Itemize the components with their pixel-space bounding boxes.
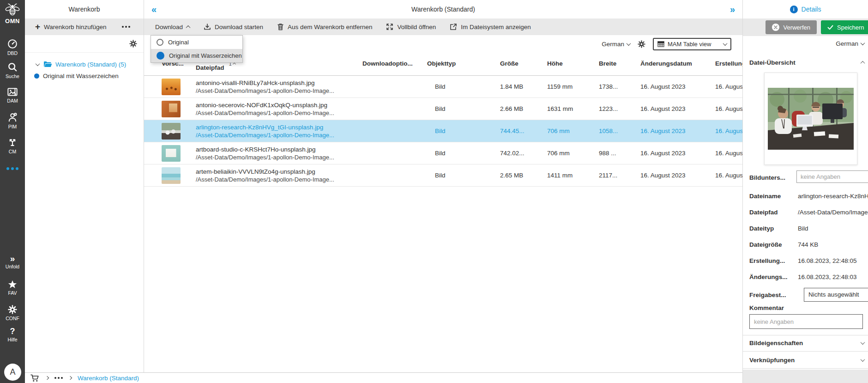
download-dropdown-menu: Original Original mit Wasserzeichen [151, 35, 243, 63]
file-overview-section-header[interactable]: Datei-Übersicht [749, 59, 864, 66]
sidebar-item-fav[interactable]: FAV [0, 280, 25, 296]
fullscreen-button[interactable]: Vollbild öffnen [386, 23, 436, 30]
view-select-value: MAM Table view [668, 41, 720, 48]
download-option-original-watermark[interactable]: Original mit Wasserzeichen [151, 49, 242, 62]
cart-tree-root[interactable]: Warenkorb (Standard) (5) [25, 59, 144, 70]
sidebar-item-pim[interactable]: PIM [0, 112, 25, 129]
file-name: arlington-research-Kz8nHVg_tGI-unsplash.… [196, 124, 323, 131]
share-network-icon [7, 137, 18, 147]
release-state-row: Freigabest... Nichts ausgewählt [749, 291, 868, 299]
sidebar-item-cm[interactable]: CM [0, 137, 25, 154]
settings-gear-icon[interactable] [638, 40, 645, 48]
cart-icon[interactable] [30, 374, 40, 382]
dashboard-icon [7, 39, 18, 49]
sidebar-more-button[interactable] [0, 167, 25, 170]
details-title-label: Details [802, 6, 821, 13]
field-value: Bild [798, 225, 808, 233]
sidebar-item-dam[interactable]: DAM [0, 87, 25, 103]
object-type: Bild [426, 172, 499, 179]
circle-x-icon [772, 24, 779, 31]
file-overview-section-label: Datei-Übersicht [749, 59, 796, 66]
sidebar-item-dbd[interactable]: DBD [0, 39, 25, 56]
download-menu-button-label: Download [155, 24, 183, 30]
download-option-label: Original mit Wasserzeichen [169, 52, 242, 59]
breadcrumb-ellipsis-button[interactable] [54, 377, 63, 379]
image-height: 1411 mm [546, 172, 597, 179]
cart-tree-child[interactable]: Original mit Wasserzeichen [25, 70, 144, 81]
sidebar-item-hilfe[interactable]: ? Hilfe [0, 327, 25, 342]
column-header-size[interactable]: Größe [499, 60, 546, 67]
show-in-filesystem-button[interactable]: Im Dateisystem anzeigen [450, 23, 531, 30]
table-row-selected[interactable]: arlington-research-Kz8nHVg_tGI-unsplash.… [144, 120, 742, 142]
gear-icon [8, 305, 17, 314]
field-row: Dateiname arlington-research-Kz8nHVg_tGI… [749, 192, 868, 201]
collapse-right-icon[interactable]: » [730, 5, 735, 14]
sidebar-item-unfold[interactable]: » Unfold [0, 255, 25, 269]
breadcrumb-cart-link[interactable]: Warenkorb (Standard) [78, 375, 139, 382]
field-value: 16.08.2023, 22:48:05 [798, 257, 857, 265]
column-header-download-option[interactable]: Downloadoptio... [361, 60, 426, 67]
view-select[interactable]: MAM Table view [653, 38, 731, 50]
cart-tree-root-label: Warenkorb (Standard) (5) [55, 61, 126, 68]
sidebar-item-label: CM [9, 149, 16, 154]
release-state-select[interactable]: Nichts ausgewählt [804, 288, 868, 302]
cart-panel-title: Warenkorb [25, 0, 144, 18]
thumbnail [162, 123, 181, 140]
remove-from-cart-button[interactable]: Aus dem Warenkorb entfernen [277, 23, 372, 30]
cart-more-button[interactable] [122, 26, 130, 28]
modified-date: 16. August 2023 [639, 128, 714, 134]
table-row[interactable]: artem-beliaikin-VVVLN9tZo4g-unsplash.jpg… [144, 164, 742, 187]
release-state-value: Nichts ausgewählt [808, 291, 859, 299]
external-link-icon [450, 23, 457, 30]
caption-input[interactable] [796, 170, 868, 183]
radio-selected-icon [157, 52, 164, 60]
file-preview-card[interactable] [764, 73, 857, 165]
download-start-button[interactable]: Download starten [204, 23, 263, 30]
table-row[interactable]: antonio-secerovic-NOFdK1xOqkQ-unsplash.j… [144, 98, 742, 120]
image-icon [7, 87, 18, 97]
star-icon [8, 280, 17, 289]
column-header-height[interactable]: Höhe [546, 60, 597, 67]
field-value: arlington-research-Kz8nHVg_tGI-unsplash.… [798, 192, 868, 201]
comment-input[interactable] [749, 314, 863, 329]
details-language-selector[interactable]: German [836, 40, 864, 47]
sidebar-item-suche[interactable]: Suche [0, 62, 25, 79]
thumbnail [162, 145, 181, 162]
column-header-object-type[interactable]: Objekttyp [426, 60, 499, 67]
save-button[interactable]: Speichern [821, 20, 868, 34]
add-cart-button[interactable]: + Warenkorb hinzufügen [35, 24, 106, 30]
image-width: 1738... [597, 83, 639, 90]
language-selector[interactable]: German [602, 41, 630, 48]
column-header-modified[interactable]: Änderungsdatum [639, 60, 714, 67]
settings-gear-icon[interactable] [129, 40, 137, 48]
sidebar-item-conf[interactable]: CONF [0, 305, 25, 321]
app-logo[interactable]: OMN [0, 3, 25, 24]
table-row[interactable]: artboard-studio-c-KRSHct7Ho-unsplash.jpg… [144, 142, 742, 164]
user-avatar[interactable]: A [4, 364, 21, 381]
ellipsis-icon [6, 167, 18, 170]
fullscreen-icon [386, 23, 393, 30]
details-toolbar: Verwerfen Speichern [743, 18, 868, 36]
links-section-header[interactable]: Verknüpfungen [749, 357, 864, 364]
download-start-label: Download starten [215, 24, 263, 30]
radio-unselected-icon [157, 39, 163, 46]
column-header-width[interactable]: Breite [597, 60, 639, 67]
field-label: Dateipfad [749, 208, 798, 217]
download-menu-button[interactable]: Download [155, 24, 190, 30]
field-label: Dateityp [749, 225, 798, 233]
file-path: /Asset-Data/Demo/Images/1-apollon-Demo-I… [196, 176, 334, 183]
modified-date: 16. August 2023 [639, 150, 714, 157]
file-path: /Asset-Data/Demo/Images/1-apollon-Demo-I… [196, 154, 334, 161]
sidebar-item-label: Hilfe [7, 337, 17, 342]
table-row[interactable]: antonino-visalli-RNiBLy7aHck-unsplash.jp… [144, 76, 742, 98]
file-size: 2.66 MB [499, 105, 546, 112]
file-size: 744.45... [499, 128, 546, 134]
collapse-left-icon[interactable]: « [151, 5, 157, 14]
image-properties-section-header[interactable]: Bildeigenschaften [749, 340, 864, 347]
download-option-original[interactable]: Original [151, 36, 242, 49]
column-header-created[interactable]: Erstellung [714, 60, 742, 67]
discard-button[interactable]: Verwerfen [766, 20, 817, 34]
field-label: Bildunters... [749, 174, 798, 182]
modified-date: 16. August 2023 [639, 172, 714, 179]
sidebar-item-label: PIM [8, 124, 17, 129]
